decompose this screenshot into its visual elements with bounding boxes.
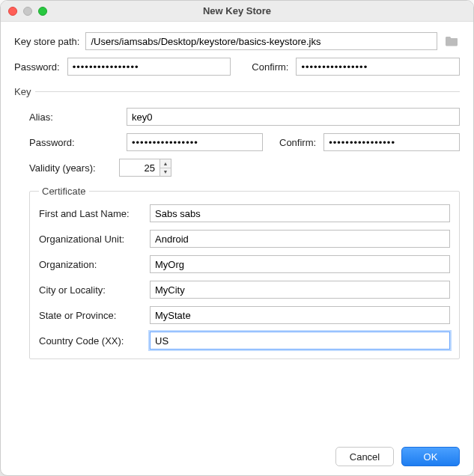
cert-org-label: Organization: — [39, 259, 144, 270]
key-group: Key Alias: Password: Confirm: Validity (… — [14, 86, 460, 359]
cert-name-input[interactable] — [150, 204, 450, 222]
browse-folder-icon[interactable] — [443, 34, 460, 48]
cert-ou-input[interactable] — [150, 230, 450, 248]
validity-label: Validity (years): — [29, 162, 112, 174]
keystore-confirm-input[interactable] — [296, 58, 460, 76]
cert-state-input[interactable] — [150, 306, 450, 324]
alias-input[interactable] — [127, 108, 460, 126]
dialog-title: New Key Store — [1, 5, 473, 16]
window-close-button[interactable] — [8, 7, 17, 16]
validity-input[interactable] — [119, 159, 159, 177]
dialog-footer: Cancel OK — [14, 436, 460, 466]
validity-step-up[interactable]: ▲ — [160, 159, 171, 168]
window-controls — [8, 7, 47, 16]
validity-step-down[interactable]: ▼ — [160, 168, 171, 177]
key-confirm-input[interactable] — [323, 133, 460, 151]
keystore-path-input[interactable] — [85, 32, 437, 50]
keystore-password-label: Password: — [14, 61, 60, 73]
cancel-button[interactable]: Cancel — [335, 447, 394, 466]
key-confirm-label: Confirm: — [279, 137, 316, 148]
cert-name-label: First and Last Name: — [39, 208, 144, 219]
dialog-content: Key store path: Password: Confirm: Key A… — [1, 22, 473, 475]
titlebar: New Key Store — [1, 1, 473, 22]
cert-state-label: State or Province: — [39, 310, 144, 321]
window-maximize-button[interactable] — [38, 7, 47, 16]
cert-org-input[interactable] — [150, 255, 450, 273]
cert-city-input[interactable] — [150, 281, 450, 299]
cert-city-label: City or Locality: — [39, 284, 144, 296]
window-minimize-button[interactable] — [23, 7, 32, 16]
certificate-legend: Certificate — [39, 186, 89, 197]
validity-spinner[interactable]: ▲ ▼ — [119, 159, 171, 177]
ok-button[interactable]: OK — [401, 447, 460, 466]
dialog-window: New Key Store Key store path: Password: … — [0, 0, 474, 476]
cert-cc-label: Country Code (XX): — [39, 335, 144, 347]
keystore-confirm-label: Confirm: — [252, 61, 288, 73]
alias-label: Alias: — [29, 112, 119, 123]
cert-ou-label: Organizational Unit: — [39, 234, 144, 245]
keystore-path-label: Key store path: — [14, 36, 79, 47]
key-password-input[interactable] — [127, 133, 263, 151]
key-legend: Key — [14, 86, 31, 97]
certificate-group: Certificate First and Last Name: Organiz… — [29, 186, 460, 359]
keystore-password-input[interactable] — [67, 58, 231, 76]
cert-cc-input[interactable] — [150, 332, 450, 350]
key-password-label: Password: — [29, 137, 119, 148]
